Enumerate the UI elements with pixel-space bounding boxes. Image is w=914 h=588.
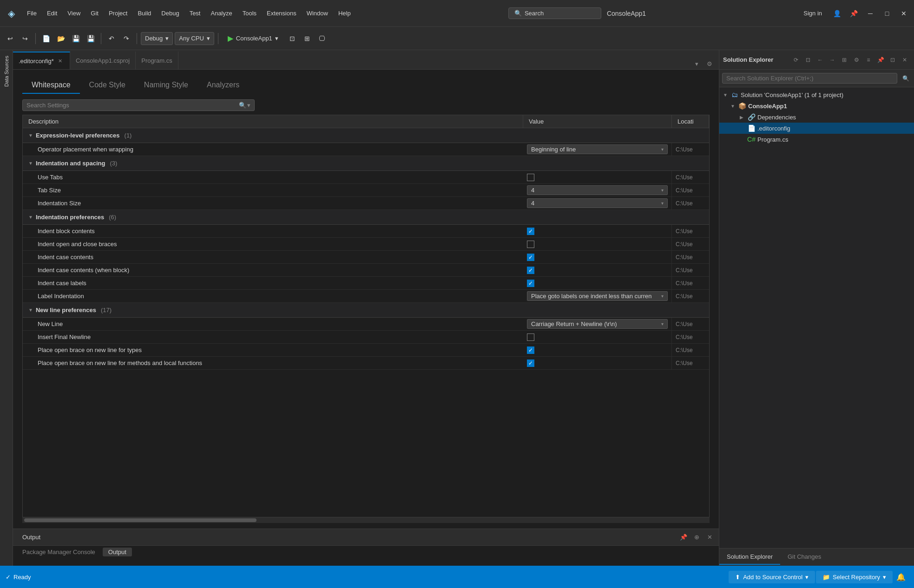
open-folder-btn[interactable]: 📂 (54, 32, 67, 45)
se-pin-btn[interactable]: 📌 (875, 54, 886, 65)
menu-edit[interactable]: Edit (42, 8, 62, 19)
output-close-btn[interactable]: ✕ (704, 532, 715, 543)
se-search-btn[interactable]: 🔍 (900, 73, 911, 84)
brace-types-checkbox[interactable]: ✓ (527, 346, 534, 354)
se-expand-btn[interactable]: ⊡ (887, 54, 898, 65)
output-tab-output[interactable]: Output (103, 548, 132, 556)
menu-build[interactable]: Build (133, 8, 156, 19)
se-settings-btn[interactable]: ⚙ (851, 54, 862, 65)
menu-file[interactable]: File (22, 8, 41, 19)
tree-solution[interactable]: ▼ 🗂 Solution 'ConsoleApp1' (1 of 1 proje… (719, 89, 914, 100)
tree-project[interactable]: ▼ 📦 ConsoleApp1 (719, 100, 914, 111)
label-indent-dropdown[interactable]: Place goto labels one indent less than c… (527, 291, 668, 301)
horizontal-scrollbar[interactable] (22, 517, 710, 523)
settings-tab-codestyle[interactable]: Code Style (80, 77, 135, 94)
tab-size-dropdown[interactable]: 4 ▾ (527, 185, 668, 195)
platform-dropdown[interactable]: Any CPU ▾ (175, 32, 214, 45)
se-tab-git-changes[interactable]: Git Changes (780, 549, 829, 565)
close-button[interactable]: ✕ (897, 7, 910, 20)
se-sync-btn[interactable]: ⟳ (790, 54, 802, 65)
toolbar-misc-3[interactable]: 🖵 (316, 32, 329, 45)
menu-project[interactable]: Project (104, 8, 132, 19)
se-forward-btn[interactable]: → (827, 54, 838, 65)
se-filter-btn[interactable]: ⊞ (839, 54, 850, 65)
pin-icon-btn[interactable]: 📌 (847, 7, 860, 20)
select-repository-btn[interactable]: 📁 Select Repository ▾ (816, 571, 893, 583)
add-source-control-btn[interactable]: ⬆ Add to Source Control ▾ (729, 571, 815, 583)
use-tabs-checkbox[interactable] (527, 174, 534, 181)
se-search-input[interactable] (726, 75, 893, 82)
undo-btn[interactable]: ↶ (105, 32, 118, 45)
section-indentation-header[interactable]: ▼ Indentation and spacing (3) (23, 156, 709, 171)
account-icon-btn[interactable]: 👤 (830, 7, 843, 20)
run-button[interactable]: ▶ ConsoleApp1 ▾ (222, 33, 284, 44)
se-history-btn[interactable]: ⊡ (802, 54, 814, 65)
section-newline-header[interactable]: ▼ New line preferences (17) (23, 303, 709, 318)
tree-programcs[interactable]: ▶ C# Program.cs (719, 134, 914, 145)
brace-methods-checkbox[interactable]: ✓ (527, 359, 534, 367)
se-tab-solution-explorer[interactable]: Solution Explorer (719, 549, 780, 565)
settings-tab-whitespace[interactable]: Whitespace (22, 77, 80, 94)
tree-dependencies[interactable]: ▶ 🔗 Dependencies (719, 111, 914, 123)
tab-dropdown-icon[interactable]: ▾ (691, 58, 702, 69)
row-indent-labels-desc: Indent case labels (23, 277, 523, 289)
menu-analyze[interactable]: Analyze (206, 8, 237, 19)
signin-button[interactable]: Sign in (799, 8, 827, 19)
se-more-btn[interactable]: ≡ (863, 54, 874, 65)
menu-extensions[interactable]: Extensions (262, 8, 301, 19)
tab-editorconfig-close[interactable]: ✕ (57, 57, 64, 65)
redo-btn[interactable]: ↷ (120, 32, 133, 45)
output-tab-pkgmgr[interactable]: Package Manager Console (17, 548, 101, 556)
indent-block-checkbox[interactable]: ✓ (527, 228, 534, 235)
indent-braces-checkbox[interactable] (527, 241, 534, 248)
menu-test[interactable]: Test (185, 8, 205, 19)
save-all-btn[interactable]: 💾 (84, 32, 97, 45)
toolbar-misc-2[interactable]: ⊞ (301, 32, 314, 45)
menu-tools[interactable]: Tools (238, 8, 261, 19)
global-search[interactable]: 🔍 Search (508, 7, 601, 19)
toolbar-misc-1[interactable]: ⊡ (286, 32, 299, 45)
sidebar-datasources[interactable]: Data Sources (2, 52, 11, 91)
tab-programcs[interactable]: Program.cs (136, 52, 178, 69)
menu-debug[interactable]: Debug (157, 8, 184, 19)
row-indent-case-desc: Indent case contents (23, 251, 523, 263)
tab-settings-icon[interactable]: ⚙ (704, 58, 715, 69)
minimize-button[interactable]: ─ (864, 7, 877, 20)
new-file-btn[interactable]: 📄 (39, 32, 53, 45)
settings-search-input[interactable] (26, 102, 239, 109)
section-indentpref-chevron: ▼ (28, 215, 33, 220)
notification-btn[interactable]: 🔔 (894, 569, 908, 584)
h-scrollbar-thumb[interactable] (24, 518, 256, 522)
section-indentpref-header[interactable]: ▼ Indentation preferences (6) (23, 210, 709, 225)
section-expression-header[interactable]: ▼ Expression-level preferences (1) (23, 128, 709, 143)
tree-editorconfig[interactable]: ▶ 📄 .editorconfig (719, 123, 914, 134)
tab-editorconfig[interactable]: .editorconfig* ✕ (13, 52, 70, 69)
indent-case-block-checkbox[interactable]: ✓ (527, 267, 534, 274)
menu-help[interactable]: Help (334, 8, 355, 19)
tab-csproj[interactable]: ConsoleApp1.csproj (70, 52, 136, 69)
menu-window[interactable]: Window (302, 8, 333, 19)
se-close-btn[interactable]: ✕ (899, 54, 910, 65)
save-btn[interactable]: 💾 (69, 32, 82, 45)
indent-size-label: 4 (531, 200, 534, 207)
row-brace-types-desc: Place open brace on new line for types (23, 344, 523, 356)
debug-config-dropdown[interactable]: Debug ▾ (141, 32, 173, 45)
run-label: ConsoleApp1 (236, 35, 272, 42)
indent-size-dropdown[interactable]: 4 ▾ (527, 198, 668, 208)
settings-tab-namingstyle[interactable]: Naming Style (135, 77, 197, 94)
maximize-button[interactable]: □ (881, 7, 894, 20)
menu-git[interactable]: Git (86, 8, 103, 19)
settings-search-btn[interactable]: 🔍 ▾ (239, 102, 250, 109)
se-back-btn[interactable]: ← (815, 54, 826, 65)
indent-case-checkbox[interactable]: ✓ (527, 254, 534, 261)
forward-nav-btn[interactable]: ↪ (19, 32, 32, 45)
menu-view[interactable]: View (63, 8, 85, 19)
settings-tab-analyzers[interactable]: Analyzers (197, 77, 249, 94)
indent-labels-checkbox[interactable]: ✓ (527, 280, 534, 287)
new-line-dropdown[interactable]: Carriage Return + Newline (\r\n) ▾ (527, 319, 668, 329)
operator-placement-dropdown[interactable]: Beginning of line ▾ (527, 144, 668, 154)
output-pin-btn[interactable]: 📌 (678, 532, 689, 543)
back-nav-btn[interactable]: ↩ (4, 32, 17, 45)
output-pin2-btn[interactable]: ⊕ (691, 532, 702, 543)
final-newline-checkbox[interactable] (527, 333, 534, 341)
